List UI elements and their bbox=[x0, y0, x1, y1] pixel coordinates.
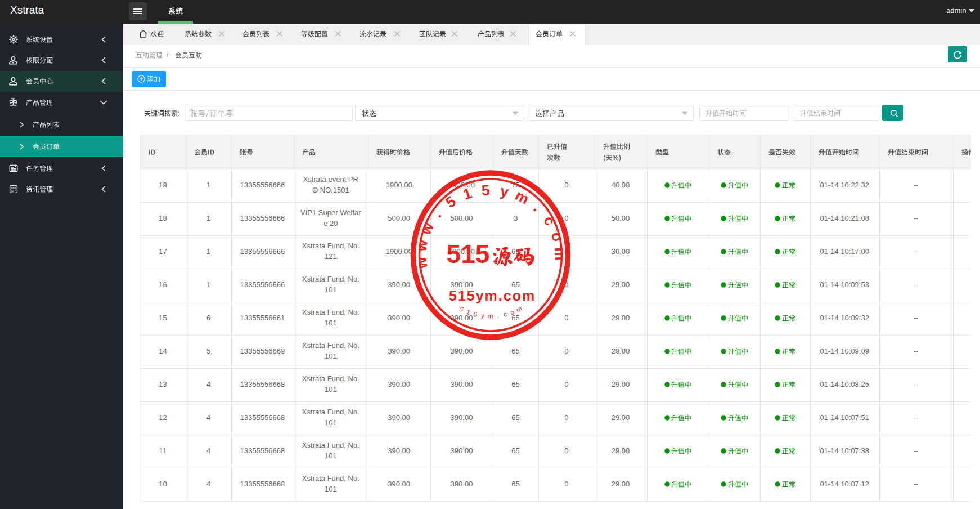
svg-text:m: m bbox=[551, 247, 568, 261]
svg-text:1: 1 bbox=[460, 184, 474, 203]
svg-text:w: w bbox=[412, 256, 430, 270]
svg-text:y: y bbox=[480, 311, 485, 320]
svg-text:w: w bbox=[412, 238, 431, 252]
svg-text:5: 5 bbox=[481, 181, 491, 199]
svg-text:y: y bbox=[498, 182, 510, 200]
svg-text:m: m bbox=[487, 312, 493, 320]
svg-text:.: . bbox=[496, 311, 499, 319]
svg-text:o: o bbox=[509, 308, 515, 317]
svg-text:515: 515 bbox=[446, 239, 489, 268]
svg-text:1: 1 bbox=[465, 307, 471, 316]
svg-text:.: . bbox=[530, 199, 545, 215]
svg-text:515ym.com: 515ym.com bbox=[449, 287, 536, 303]
svg-text:5: 5 bbox=[442, 192, 458, 211]
svg-text:o: o bbox=[547, 230, 566, 243]
svg-text:m: m bbox=[515, 305, 523, 314]
svg-text:5: 5 bbox=[473, 310, 478, 318]
svg-text:5: 5 bbox=[458, 305, 465, 314]
svg-text:c: c bbox=[502, 310, 507, 319]
